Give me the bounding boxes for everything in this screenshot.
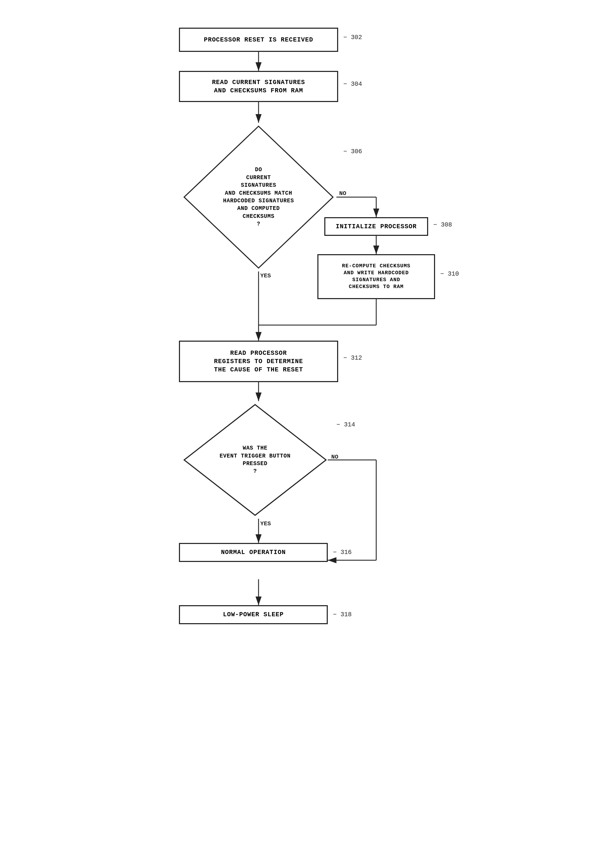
node-304: READ CURRENT SIGNATURES AND CHECKSUMS FR… (179, 71, 338, 102)
node-302: PROCESSOR RESET IS RECEIVED (179, 28, 338, 52)
ref-304: − 304 (344, 81, 362, 87)
ref-312: − 312 (344, 355, 362, 361)
node-306: DOCURRENTSIGNATURESAND CHECKSUMS MATCHHA… (181, 123, 336, 271)
node-306-wrapper: DOCURRENTSIGNATURESAND CHECKSUMS MATCHHA… (181, 123, 336, 271)
ref-308: − 308 (433, 221, 452, 228)
ref-314: − 314 (336, 421, 355, 428)
label-no1: NO (339, 190, 346, 197)
label-yes2: YES (260, 521, 271, 527)
ref-318: − 318 (333, 611, 352, 618)
ref-306: − 306 (344, 148, 362, 155)
node-314: WAS THEEVENT TRIGGER BUTTONPRESSED? (181, 401, 330, 519)
ref-302: − 302 (344, 34, 362, 41)
node-314-wrapper: WAS THEEVENT TRIGGER BUTTONPRESSED? (181, 401, 330, 519)
ref-316: − 316 (333, 549, 352, 556)
label-yes1: YES (260, 273, 271, 279)
label-no2: NO (331, 454, 338, 460)
node-308: INITIALIZE PROCESSOR (324, 217, 428, 236)
node-310: RE-COMPUTE CHECKSUMS AND WRITE HARDCODED… (317, 254, 435, 299)
node-316: NORMAL OPERATION (179, 543, 328, 562)
flowchart-diagram: PROCESSOR RESET IS RECEIVED − 302 READ C… (151, 14, 463, 844)
node-318: LOW-POWER SLEEP (179, 605, 328, 624)
node-312: READ PROCESSOR REGISTERS TO DETERMINE TH… (179, 341, 338, 382)
ref-310: − 310 (440, 270, 459, 277)
